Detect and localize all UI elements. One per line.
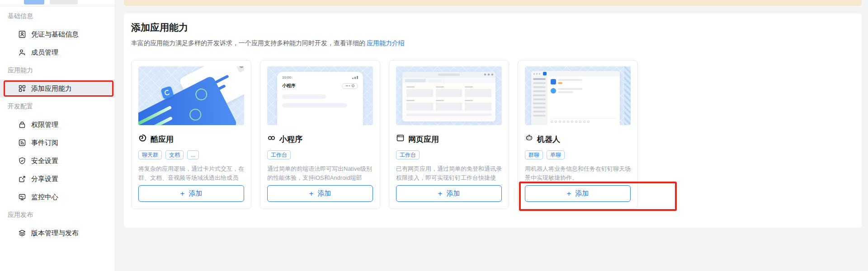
capability-cards: 酷应用 聊天群文档... 将复杂的应用逻辑，通过卡片式交互，在群、文档、音视频等… (131, 60, 854, 209)
sidebar-item-label: 分享设置 (31, 175, 58, 183)
sidebar: 基础信息 凭证与基础信息 成员管理 应用能力 添加应用能力 开发配置 权限管理 … (0, 0, 115, 271)
capability-card-robot: 机器人 群聊单聊 用机器人将业务信息和任务在钉钉聊天场景中实现敏捷协作。 + 添… (518, 60, 638, 209)
robot-icon (525, 134, 533, 145)
plus-icon: + (567, 190, 571, 197)
webapp-illustration (396, 66, 502, 125)
capability-card-miniapp: 10:00 小程序 小程序 工作台 通过简单的前端语法即可写出Native级别的… (260, 60, 380, 209)
member-icon (18, 48, 26, 56)
chat-app-mockup (531, 71, 620, 125)
webapp-icon (396, 134, 405, 145)
add-button-webapp[interactable]: + 添加 (396, 185, 502, 202)
card-title-label: 小程序 (279, 134, 302, 145)
card-tags: 群聊单聊 (525, 150, 631, 159)
monitor-icon (18, 193, 26, 201)
add-button-label: 添加 (575, 189, 589, 198)
miniapp-illustration: 10:00 小程序 (267, 66, 373, 125)
sidebar-section-label: 应用能力 (0, 61, 115, 79)
capability-tag: 单聊 (547, 150, 565, 159)
miniapp-title: 小程序 (282, 83, 296, 89)
capability-card-cool-app: 酷应用 聊天群文档... 将复杂的应用逻辑，通过卡片式交互，在群、文档、音视频等… (131, 60, 251, 209)
inactive-tab-stub[interactable] (50, 0, 78, 5)
active-tab-stub[interactable] (24, 0, 44, 5)
share-icon (18, 175, 26, 183)
sidebar-item-member[interactable]: 成员管理 (0, 43, 115, 61)
plus-icon: + (180, 190, 185, 197)
signal-icon (352, 76, 358, 79)
sidebar-item-label: 安全设置 (31, 157, 58, 165)
card-description: 用机器人将业务信息和任务在钉钉聊天场景中实现敏捷协作。 (525, 164, 631, 182)
capabilities-panel: 添加应用能力 丰富的应用能力满足多样的开发诉求，一个应用支持多种能力同时开发，查… (124, 14, 862, 228)
sidebar-item-id-badge[interactable]: 凭证与基础信息 (0, 25, 115, 43)
sidebar-divider (0, 6, 115, 6)
lock-icon (18, 121, 26, 129)
subtitle-text: 丰富的应用能力满足多样的开发诉求，一个应用支持多种能力同时开发，查看详细的 (131, 39, 365, 47)
miniapp-image: 10:00 小程序 (267, 66, 373, 125)
page-subtitle: 丰富的应用能力满足多样的开发诉求，一个应用支持多种能力同时开发，查看详细的应用能… (131, 39, 854, 47)
card-title-label: 网页应用 (408, 134, 439, 145)
sidebar-section-label: 开发配置 (0, 98, 115, 116)
add-button-miniapp[interactable]: + 添加 (267, 185, 373, 202)
app-capability-screen: 基础信息 凭证与基础信息 成员管理 应用能力 添加应用能力 开发配置 权限管理 … (0, 0, 868, 271)
grid-plus-icon (18, 84, 26, 93)
sidebar-item-shield[interactable]: 安全设置 (0, 152, 115, 170)
capsule-button-icon (342, 83, 358, 89)
card-description: 将复杂的应用逻辑，通过卡片式交互，在群、文档、音视频等场域浅透出给成员快... (138, 164, 244, 182)
miniapp-icon (267, 134, 276, 145)
page-title: 添加应用能力 (131, 21, 854, 34)
notice-bar-remnant (124, 0, 862, 6)
card-tags: 聊天群文档... (138, 150, 244, 159)
sidebar-item-lock[interactable]: 权限管理 (0, 116, 115, 134)
id-badge-icon (18, 30, 26, 38)
sidebar-section-label: 基础信息 (0, 7, 115, 25)
window-controls-icon (484, 74, 493, 75)
capability-tag: 文档 (165, 150, 184, 159)
shield-icon (18, 157, 26, 165)
sidebar-nav: 基础信息 凭证与基础信息 成员管理 应用能力 添加应用能力 开发配置 权限管理 … (0, 7, 115, 242)
sidebar-item-event[interactable]: 事件订阅 (0, 134, 115, 152)
sidebar-item-grid-plus[interactable]: 添加应用能力 (0, 79, 115, 98)
sidebar-section-label: 应用发布 (0, 206, 115, 224)
phone-time: 10:00 (282, 75, 291, 79)
sidebar-item-layers[interactable]: 版本管理与发布 (0, 224, 115, 242)
cool-app-illustration (138, 66, 244, 125)
event-icon (18, 139, 26, 147)
add-button-cool-app[interactable]: + 添加 (138, 185, 244, 202)
webapp-image (396, 66, 502, 125)
plus-icon: + (438, 190, 443, 197)
bot-avatar (551, 79, 556, 84)
app-logo-icon (543, 72, 547, 75)
robot-illustration (525, 66, 631, 125)
plus-icon: + (309, 190, 314, 197)
card-tags: 工作台 (396, 150, 502, 159)
phone-mockup: 10:00 小程序 (277, 72, 363, 125)
capability-intro-link[interactable]: 应用能力介绍 (367, 39, 405, 47)
cool-app-image (138, 66, 244, 125)
robot-image (525, 66, 631, 125)
cool-app-icon (138, 134, 147, 145)
add-button-label: 添加 (189, 189, 202, 198)
sidebar-item-label: 权限管理 (31, 121, 58, 129)
capability-tag: 工作台 (267, 150, 291, 159)
capability-tag: 聊天群 (138, 150, 162, 159)
card-description: 通过简单的前端语法即可写出Native级别的性能体验，支持iOS和Android… (267, 164, 373, 182)
sidebar-item-label: 凭证与基础信息 (31, 30, 79, 39)
browser-mockup (402, 72, 495, 121)
card-title-label: 酷应用 (151, 134, 174, 145)
sidebar-item-monitor[interactable]: 监控中心 (0, 188, 115, 206)
capability-tag: 工作台 (396, 150, 420, 159)
add-button-label: 添加 (446, 189, 460, 198)
card-title-label: 机器人 (537, 134, 560, 145)
sidebar-item-label: 成员管理 (31, 48, 58, 57)
sidebar-item-share[interactable]: 分享设置 (0, 170, 115, 188)
add-button-label: 添加 (317, 189, 331, 198)
layers-icon (18, 229, 26, 237)
sidebar-item-label: 版本管理与发布 (31, 229, 79, 238)
capability-card-webapp: 网页应用 工作台 已有网页应用，通过简单的免登和通讯录权限接入，即可实现钉钉工作… (389, 60, 509, 209)
avatar (235, 66, 244, 73)
card-description: 已有网页应用，通过简单的免登和通讯录权限接入，即可实现钉钉工作台快捷使用。 (396, 164, 502, 182)
sidebar-item-label: 添加应用能力 (31, 84, 72, 93)
sidebar-item-label: 事件订阅 (31, 139, 58, 147)
add-button-robot[interactable]: + 添加 (525, 185, 631, 202)
sidebar-item-label: 监控中心 (31, 193, 58, 201)
card-tags: 工作台 (267, 150, 373, 159)
